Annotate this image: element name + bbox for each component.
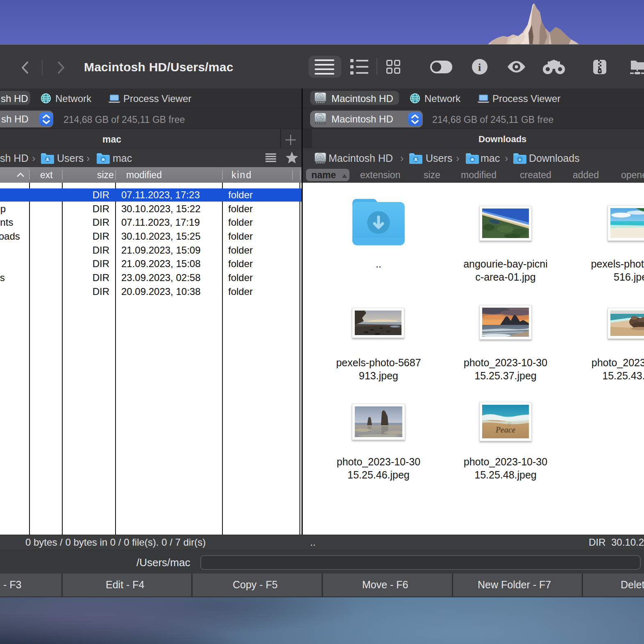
svg-text:Peace: Peace <box>495 425 516 434</box>
svg-text:♡: ♡ <box>507 422 511 427</box>
